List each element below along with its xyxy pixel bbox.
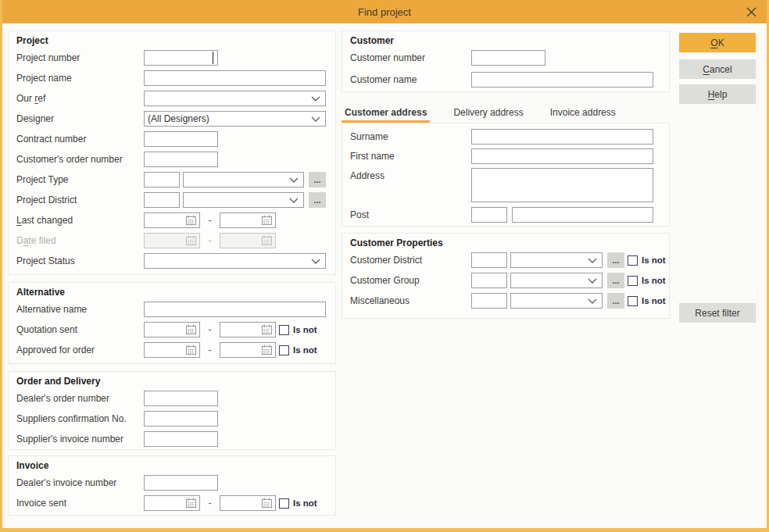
customer-group-select[interactable] — [510, 273, 603, 288]
help-button[interactable]: Help — [679, 84, 756, 104]
project-name-input[interactable] — [144, 70, 326, 86]
customer-properties-header: Customer Properties — [350, 237, 669, 248]
address-textarea[interactable] — [471, 168, 653, 202]
calendar-icon — [185, 498, 197, 509]
customer-district-code-input[interactable] — [471, 252, 507, 268]
alternative-header: Alternative — [16, 287, 335, 298]
project-name-row: Project name — [16, 70, 335, 86]
find-project-dialog: Find project Project Project number Proj… — [0, 0, 769, 532]
isnot-label: Is not — [293, 325, 317, 334]
project-type-code-input[interactable] — [144, 172, 180, 187]
range-separator: - — [200, 215, 220, 226]
customer-name-row: Customer name — [350, 72, 669, 87]
customer-district-browse-button[interactable]: ... — [607, 252, 624, 268]
first-name-row: First name — [350, 148, 669, 164]
invoice-sent-isnot-checkbox[interactable] — [279, 498, 289, 509]
project-district-code-input[interactable] — [144, 192, 180, 208]
miscellaneous-code-input[interactable] — [471, 293, 507, 309]
quotation-sent-from-input[interactable] — [144, 322, 200, 337]
post-city-input[interactable] — [512, 207, 653, 223]
calendar-icon — [261, 498, 273, 509]
quotation-sent-to-input[interactable] — [220, 322, 276, 337]
project-type-browse-button[interactable]: ... — [309, 172, 326, 187]
customer-district-row: Customer District ... Is not — [350, 252, 669, 268]
customer-name-input[interactable] — [471, 72, 653, 87]
customer-number-input[interactable] — [471, 50, 545, 66]
customer-group-isnot-checkbox[interactable] — [628, 276, 638, 286]
approved-for-order-from-input[interactable] — [144, 342, 200, 358]
text-caret — [213, 52, 214, 64]
dealers-invoice-number-input[interactable] — [144, 475, 218, 491]
tab-customer-address[interactable]: Customer address — [342, 105, 430, 123]
dealers-order-number-input[interactable] — [144, 391, 218, 406]
invoice-panel: Invoice Dealer's invoice number Invoice … — [8, 455, 336, 516]
isnot-label: Is not — [642, 255, 666, 265]
surname-input[interactable] — [471, 129, 653, 145]
project-type-label: Project Type — [16, 174, 144, 185]
date-filed-from-input — [144, 233, 200, 248]
miscellaneous-browse-button[interactable]: ... — [607, 293, 624, 309]
calendar-icon — [185, 345, 197, 355]
quotation-sent-isnot-checkbox[interactable] — [279, 325, 289, 335]
invoice-sent-from-input[interactable] — [144, 495, 200, 511]
calendar-icon — [185, 235, 197, 246]
customers-order-number-row: Customer's order number — [16, 152, 335, 167]
dealers-invoice-number-label: Dealer's invoice number — [16, 477, 144, 488]
customers-order-number-input[interactable] — [144, 152, 218, 167]
tab-delivery-address[interactable]: Delivery address — [450, 105, 526, 123]
ok-button[interactable]: OK — [679, 33, 756, 52]
dealers-order-number-label: Dealer's order number — [16, 393, 144, 404]
contract-number-input[interactable] — [144, 131, 218, 147]
project-header: Project — [16, 35, 335, 46]
approved-for-order-isnot-checkbox[interactable] — [279, 345, 289, 355]
project-type-row: Project Type ... — [16, 172, 335, 187]
designer-label: Designer — [16, 113, 144, 124]
tab-invoice-address[interactable]: Invoice address — [547, 105, 619, 123]
chevron-down-icon — [311, 259, 320, 264]
titlebar[interactable]: Find project — [2, 0, 767, 23]
approved-for-order-row: Approved for order - Is not — [16, 342, 335, 358]
customer-panel: Customer Customer number Customer name — [342, 30, 670, 92]
post-code-input[interactable] — [471, 207, 507, 223]
cancel-button[interactable]: Cancel — [679, 59, 756, 79]
reset-filter-button[interactable]: Reset filter — [679, 303, 756, 323]
customer-district-isnot-checkbox[interactable] — [628, 255, 638, 266]
designer-select[interactable]: (All Designers) — [144, 111, 326, 127]
alternative-name-input[interactable] — [144, 302, 326, 317]
calendar-icon — [185, 215, 197, 226]
date-filed-row: Date filed - — [16, 233, 335, 248]
suppliers-invoice-number-input[interactable] — [144, 431, 218, 447]
our-ref-select[interactable] — [144, 91, 326, 106]
invoice-sent-to-input[interactable] — [220, 495, 276, 511]
project-type-select[interactable] — [183, 172, 304, 187]
customer-name-label: Customer name — [350, 74, 471, 85]
date-filed-to-input — [220, 233, 276, 248]
customer-group-isnot: Is not — [628, 276, 666, 286]
first-name-input[interactable] — [471, 148, 653, 164]
customer-group-code-input[interactable] — [471, 273, 507, 288]
project-number-input[interactable] — [144, 50, 218, 66]
miscellaneous-select[interactable] — [510, 293, 603, 309]
designer-row: Designer (All Designers) — [16, 111, 335, 127]
project-district-select[interactable] — [183, 192, 304, 208]
project-district-browse-button[interactable]: ... — [309, 192, 326, 208]
last-changed-from-input[interactable] — [144, 212, 200, 228]
surname-row: Surname — [350, 129, 669, 145]
surname-label: Surname — [350, 131, 471, 142]
close-icon[interactable] — [745, 5, 757, 18]
dealers-invoice-number-row: Dealer's invoice number — [16, 475, 335, 491]
miscellaneous-row: Miscellaneous ... Is not — [350, 293, 669, 309]
customer-group-browse-button[interactable]: ... — [607, 273, 624, 288]
project-status-select[interactable] — [144, 253, 326, 269]
customer-district-select[interactable] — [510, 252, 603, 268]
order-delivery-header: Order and Delivery — [16, 376, 335, 387]
miscellaneous-isnot: Is not — [628, 296, 666, 306]
customer-group-row: Customer Group ... Is not — [350, 273, 669, 288]
miscellaneous-isnot-checkbox[interactable] — [628, 296, 638, 306]
approved-for-order-to-input[interactable] — [220, 342, 276, 358]
suppliers-invoice-number-label: Supplier's invoice number — [16, 434, 144, 445]
approved-for-order-label: Approved for order — [16, 345, 144, 355]
suppliers-confirmation-input[interactable] — [144, 411, 218, 427]
last-changed-to-input[interactable] — [220, 212, 276, 228]
suppliers-confirmation-label: Suppliers confirmation No. — [16, 413, 144, 424]
